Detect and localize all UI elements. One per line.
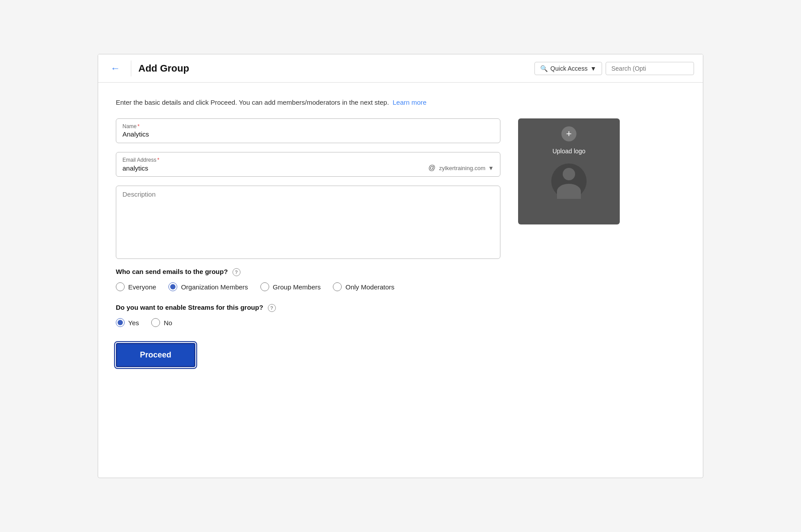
who-can-send-radio-group: Everyone Organization Members Group Memb…: [116, 282, 500, 291]
radio-yes-label: Yes: [128, 319, 139, 327]
enable-streams-help-icon[interactable]: ?: [268, 304, 276, 312]
header-separator: [131, 61, 131, 76]
description-field-group: [116, 186, 500, 259]
logo-upload-area[interactable]: + Upload logo: [518, 118, 620, 224]
search-input[interactable]: [606, 62, 694, 75]
quick-access-button[interactable]: 🔍 Quick Access ▼: [534, 62, 602, 75]
proceed-button[interactable]: Proceed: [116, 343, 195, 367]
avatar-placeholder: [551, 163, 587, 199]
chevron-down-icon: ▼: [590, 65, 596, 72]
radio-group-members[interactable]: Group Members: [260, 282, 320, 291]
learn-more-link[interactable]: Learn more: [393, 99, 427, 106]
who-can-send-help-icon[interactable]: ?: [233, 268, 240, 276]
header-left: ← Add Group: [107, 61, 189, 76]
name-required-star: *: [137, 123, 140, 129]
radio-org-members-label: Organization Members: [181, 283, 248, 291]
intro-text: Enter the basic details and click Procee…: [116, 99, 685, 106]
radio-no-label: No: [164, 319, 172, 327]
domain-chevron-icon: ▼: [488, 165, 494, 171]
search-icon: 🔍: [540, 65, 548, 72]
app-window: ← Add Group 🔍 Quick Access ▼ Enter the b…: [98, 54, 703, 478]
main-content: Enter the basic details and click Procee…: [98, 83, 703, 478]
page-title: Add Group: [138, 63, 189, 74]
email-required-star: *: [157, 157, 160, 163]
back-button[interactable]: ←: [107, 61, 124, 76]
header-right: 🔍 Quick Access ▼: [534, 62, 694, 75]
radio-org-members[interactable]: Organization Members: [168, 282, 248, 291]
radio-everyone-label: Everyone: [128, 283, 156, 291]
email-field-group: Email Address* @ zylkertraining.com ▼: [116, 152, 500, 177]
who-can-send-title: Who can send emails to the group? ?: [116, 268, 500, 276]
form-section: Name* Email Address* @: [116, 118, 500, 367]
form-and-logo: Name* Email Address* @: [116, 118, 685, 367]
upload-plus-icon: +: [561, 126, 576, 141]
header: ← Add Group 🔍 Quick Access ▼: [98, 54, 703, 83]
radio-yes[interactable]: Yes: [116, 318, 139, 327]
radio-only-moderators[interactable]: Only Moderators: [333, 282, 394, 291]
description-textarea[interactable]: [122, 190, 494, 252]
name-field-group: Name*: [116, 118, 500, 143]
quick-access-label: Quick Access: [550, 65, 587, 72]
enable-streams-section: Do you want to enable Streams for this g…: [116, 304, 500, 327]
at-sign: @: [428, 164, 435, 172]
email-field-box: Email Address* @ zylkertraining.com ▼: [116, 152, 500, 177]
domain-value: zylkertraining.com: [439, 165, 485, 171]
email-label: Email Address*: [122, 157, 494, 163]
enable-streams-title: Do you want to enable Streams for this g…: [116, 304, 500, 312]
email-input[interactable]: [122, 164, 425, 172]
email-row: @ zylkertraining.com ▼: [122, 164, 494, 172]
name-label: Name*: [122, 123, 494, 129]
description-field-box: [116, 186, 500, 259]
name-input[interactable]: [122, 130, 494, 138]
domain-select[interactable]: zylkertraining.com ▼: [439, 165, 494, 171]
radio-no[interactable]: No: [151, 318, 172, 327]
radio-group-members-label: Group Members: [273, 283, 320, 291]
name-field-box: Name*: [116, 118, 500, 143]
enable-streams-radio-group: Yes No: [116, 318, 500, 327]
radio-only-moderators-label: Only Moderators: [345, 283, 394, 291]
upload-logo-label: Upload logo: [553, 148, 586, 155]
radio-everyone[interactable]: Everyone: [116, 282, 156, 291]
who-can-send-section: Who can send emails to the group? ? Ever…: [116, 268, 500, 291]
